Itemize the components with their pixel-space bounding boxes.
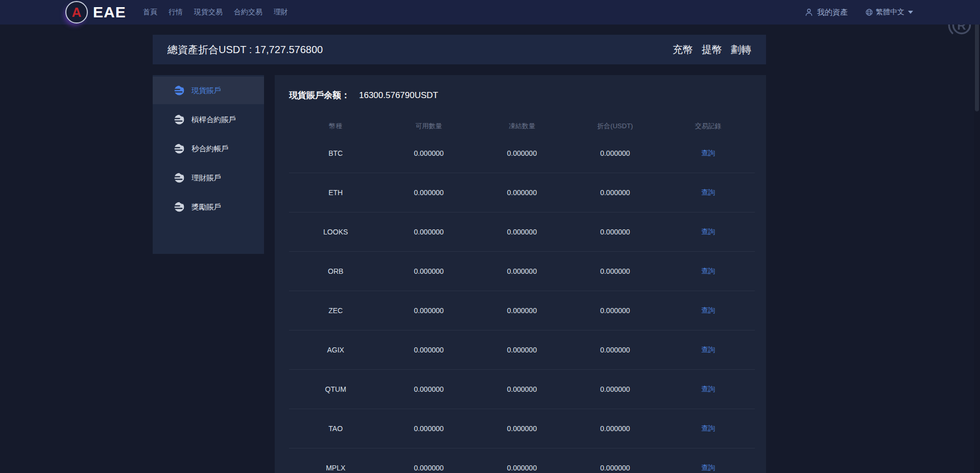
sidebar-item-label: 秒合約帳戶 <box>192 144 229 154</box>
globe-icon <box>865 8 873 16</box>
balance-label: 現貨賬戶余额： <box>289 89 350 101</box>
balance-value: 16300.576790USDT <box>359 90 438 101</box>
scrollbar-thumb[interactable] <box>975 23 979 111</box>
cell-usdt: 0.000000 <box>568 306 661 315</box>
query-link[interactable]: 查詢 <box>701 149 715 157</box>
account-sidebar: 現貨賬戶 槓桿合約賬戶 <box>153 75 264 254</box>
cell-usdt: 0.000000 <box>568 464 661 472</box>
query-link[interactable]: 查詢 <box>701 306 715 314</box>
nav-link-1[interactable]: 行情 <box>169 8 183 17</box>
table-row: ETH 0.000000 0.000000 0.000000 查詢 <box>289 173 755 212</box>
bar-action-0[interactable]: 充幣 <box>673 43 693 57</box>
query-link[interactable]: 查詢 <box>701 464 715 471</box>
my-assets-link[interactable]: 我的資產 <box>817 8 848 17</box>
asset-table-header: 幣種可用數量凍結数量折合(USDT)交易記錄 <box>289 119 755 134</box>
cell-frozen: 0.000000 <box>475 149 568 157</box>
sidebar-item-3[interactable]: 理財賬戶 <box>153 164 264 192</box>
cell-coin: MPLX <box>289 464 382 472</box>
nav-link-3[interactable]: 合約交易 <box>234 8 262 17</box>
cell-coin: QTUM <box>289 385 382 393</box>
cell-coin: LOOKS <box>289 228 382 236</box>
sidebar-item-label: 理財賬戶 <box>192 173 221 183</box>
coin-wallet-icon <box>174 143 185 154</box>
coin-wallet-icon <box>174 201 185 212</box>
language-label: 繁體中文 <box>876 8 904 17</box>
query-link[interactable]: 查詢 <box>701 267 715 275</box>
sidebar-item-4[interactable]: 獎勵賬戶 <box>153 193 264 221</box>
table-row: MPLX 0.000000 0.000000 0.000000 查詢 <box>289 448 755 473</box>
table-row: LOOKS 0.000000 0.000000 0.000000 查詢 <box>289 212 755 252</box>
cell-available: 0.000000 <box>382 306 475 315</box>
cell-frozen: 0.000000 <box>475 385 568 393</box>
cell-frozen: 0.000000 <box>475 267 568 275</box>
cell-available: 0.000000 <box>382 267 475 275</box>
cell-available: 0.000000 <box>382 188 475 197</box>
cell-usdt: 0.000000 <box>568 346 661 354</box>
column-header-4: 交易記錄 <box>662 122 755 131</box>
page-scrollbar[interactable] <box>974 0 980 473</box>
cell-available: 0.000000 <box>382 149 475 157</box>
asset-table: 幣種可用數量凍結数量折合(USDT)交易記錄 BTC 0.000000 0.00… <box>289 119 755 473</box>
sidebar-item-0[interactable]: 現貨賬戶 <box>153 77 264 104</box>
asset-table-body: BTC 0.000000 0.000000 0.000000 查詢 ETH 0.… <box>289 134 755 473</box>
user-icon <box>804 8 814 17</box>
sidebar-item-1[interactable]: 槓桿合約賬戶 <box>153 106 264 133</box>
coin-wallet-icon <box>174 114 185 125</box>
table-row: ZEC 0.000000 0.000000 0.000000 查詢 <box>289 291 755 330</box>
table-row: BTC 0.000000 0.000000 0.000000 查詢 <box>289 134 755 173</box>
bar-action-1[interactable]: 提幣 <box>702 43 722 57</box>
brand-logo-icon[interactable]: A <box>65 1 88 23</box>
cell-coin: TAO <box>289 424 382 433</box>
cell-usdt: 0.000000 <box>568 385 661 393</box>
cell-available: 0.000000 <box>382 385 475 393</box>
table-row: ORB 0.000000 0.000000 0.000000 查詢 <box>289 252 755 291</box>
query-link[interactable]: 查詢 <box>701 424 715 432</box>
table-row: AGIX 0.000000 0.000000 0.000000 查詢 <box>289 330 755 370</box>
bar-action-2[interactable]: 劃轉 <box>731 43 751 57</box>
cell-coin: ZEC <box>289 306 382 315</box>
cell-frozen: 0.000000 <box>475 188 568 197</box>
sidebar-item-label: 獎勵賬戶 <box>192 202 221 212</box>
brand-name: EAE <box>93 4 126 21</box>
coin-wallet-icon <box>174 85 185 96</box>
nav-link-4[interactable]: 理財 <box>274 8 288 17</box>
cell-usdt: 0.000000 <box>568 228 661 236</box>
nav-link-0[interactable]: 首頁 <box>143 8 157 17</box>
coin-wallet-icon <box>174 172 185 183</box>
cell-frozen: 0.000000 <box>475 306 568 315</box>
cell-frozen: 0.000000 <box>475 228 568 236</box>
cell-usdt: 0.000000 <box>568 188 661 197</box>
query-link[interactable]: 查詢 <box>701 188 715 196</box>
cell-available: 0.000000 <box>382 346 475 354</box>
nav-link-2[interactable]: 現貨交易 <box>194 8 223 17</box>
column-header-0: 幣種 <box>289 122 382 131</box>
top-nav: A EAE 首頁行情現貨交易合約交易理財 我的資產 繁體中文 <box>0 0 980 25</box>
cell-frozen: 0.000000 <box>475 464 568 472</box>
cell-frozen: 0.000000 <box>475 346 568 354</box>
sidebar-item-label: 槓桿合約賬戶 <box>192 115 236 125</box>
query-link[interactable]: 查詢 <box>701 385 715 393</box>
cell-coin: ORB <box>289 267 382 275</box>
query-link[interactable]: 查詢 <box>701 228 715 235</box>
table-row: TAO 0.000000 0.000000 0.000000 查詢 <box>289 409 755 448</box>
cell-usdt: 0.000000 <box>568 149 661 157</box>
cell-usdt: 0.000000 <box>568 424 661 433</box>
language-selector[interactable]: 繁體中文 <box>865 8 913 17</box>
caret-down-icon <box>908 11 913 14</box>
total-assets-text: 總資產折合USDT : 17,727.576800 <box>168 43 323 57</box>
column-header-3: 折合(USDT) <box>568 122 661 131</box>
nav-links: 首頁行情現貨交易合約交易理財 <box>143 8 288 17</box>
logo-letter: A <box>72 6 82 19</box>
cell-coin: BTC <box>289 149 382 157</box>
cell-frozen: 0.000000 <box>475 424 568 433</box>
cell-available: 0.000000 <box>382 228 475 236</box>
sidebar-item-2[interactable]: 秒合約帳戶 <box>153 135 264 162</box>
column-header-2: 凍結数量 <box>475 122 568 131</box>
nav-right-group: 我的資產 繁體中文 <box>804 0 913 25</box>
table-row: QTUM 0.000000 0.000000 0.000000 查詢 <box>289 370 755 409</box>
balance-line: 現貨賬戶余额： 16300.576790USDT <box>289 89 766 102</box>
column-header-1: 可用數量 <box>382 122 475 131</box>
sidebar-item-label: 現貨賬戶 <box>192 86 221 96</box>
cell-available: 0.000000 <box>382 424 475 433</box>
query-link[interactable]: 查詢 <box>701 346 715 353</box>
